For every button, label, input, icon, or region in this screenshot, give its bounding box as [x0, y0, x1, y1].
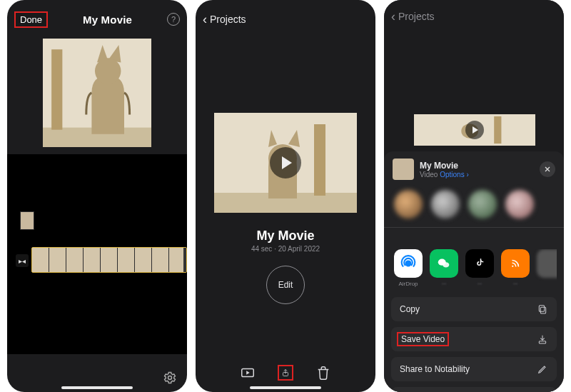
video-preview[interactable]	[43, 39, 151, 147]
svg-point-16	[443, 262, 449, 267]
svg-point-4	[168, 376, 172, 380]
contact-avatar-blurred[interactable]	[394, 190, 423, 218]
media-thumb[interactable]	[20, 211, 34, 230]
contact-avatar-blurred[interactable]	[431, 190, 460, 218]
svg-rect-18	[540, 307, 545, 313]
done-button[interactable]: Done	[14, 11, 48, 28]
trash-icon	[315, 365, 331, 381]
share-sheet[interactable]: My Movie Video Options ›	[384, 151, 564, 392]
chevron-left-icon: ‹	[391, 10, 395, 23]
app-orange[interactable]: ···	[501, 249, 530, 287]
video-preview[interactable]	[214, 113, 357, 213]
gear-icon	[163, 371, 177, 385]
panel-editor: Done My Movie ? ▸◂	[7, 0, 187, 392]
contact-avatar-blurred[interactable]	[505, 190, 534, 218]
tiktok-icon	[473, 257, 486, 270]
svg-rect-20	[539, 341, 545, 343]
edit-button[interactable]: Edit	[266, 266, 305, 304]
share-header: My Movie Video Options ›	[391, 159, 557, 180]
share-actions-list: Copy Save Video Share to Notability Open…	[391, 297, 557, 392]
play-fullscreen-button[interactable]	[240, 365, 256, 381]
contact-avatar-blurred[interactable]	[468, 190, 497, 218]
editor-topbar: Done My Movie ?	[7, 0, 187, 34]
clip-strip[interactable]	[31, 247, 187, 273]
share-item-title: My Movie	[420, 161, 534, 171]
divider	[384, 227, 564, 228]
timeline-area[interactable]: ▸◂	[7, 154, 187, 354]
app-more[interactable]	[537, 249, 557, 287]
app-label-blurred: ···	[442, 281, 447, 287]
delete-button[interactable]	[315, 365, 331, 381]
pencil-icon	[537, 363, 548, 375]
copy-icon	[537, 303, 548, 315]
svg-rect-2	[51, 49, 62, 129]
bottom-toolbar	[196, 365, 375, 381]
panel-share-sheet: ‹ Projects My Movie Video Options ›	[384, 0, 564, 392]
back-label: Projects	[210, 14, 246, 25]
play-rect-icon	[240, 365, 256, 381]
play-icon	[282, 156, 292, 169]
airdrop-icon	[398, 253, 418, 273]
project-title: My Movie	[196, 228, 375, 243]
settings-button[interactable]	[163, 371, 177, 385]
share-apps-row: AirDrop ··· ···	[391, 249, 557, 287]
svg-point-14	[406, 261, 411, 266]
home-indicator[interactable]	[250, 386, 321, 389]
action-save-video[interactable]: Save Video	[391, 327, 557, 351]
project-title: My Movie	[48, 14, 167, 26]
panel-project-detail: ‹ Projects My Movie 44 sec · 20 April 20…	[196, 0, 375, 392]
cat-image-icon	[43, 39, 151, 147]
detail-topbar: ‹ Projects	[196, 0, 375, 34]
close-icon	[543, 165, 552, 174]
home-indicator[interactable]	[61, 386, 133, 389]
app-orange-icon	[509, 257, 522, 270]
action-share-notability[interactable]: Share to Notability	[391, 357, 557, 381]
back-projects-button-dimmed: ‹ Projects	[391, 10, 435, 23]
app-label-blurred: ···	[513, 281, 518, 287]
share-options-link[interactable]: Options ›	[440, 171, 469, 179]
share-icon	[281, 368, 290, 377]
action-copy[interactable]: Copy	[391, 297, 557, 321]
wechat-icon	[436, 256, 452, 271]
media-row	[20, 211, 34, 230]
transition-icon[interactable]: ▸◂	[16, 254, 29, 267]
play-button	[465, 121, 484, 139]
svg-rect-7	[314, 124, 325, 196]
svg-point-3	[95, 58, 121, 84]
play-button[interactable]	[270, 147, 301, 179]
airdrop-contacts-row	[391, 190, 557, 218]
share-thumbnail	[393, 159, 414, 180]
share-item-subtitle: Video Options ›	[420, 171, 534, 179]
close-button[interactable]	[540, 161, 555, 177]
app-label-blurred: ···	[477, 281, 482, 287]
chevron-left-icon: ‹	[203, 13, 207, 26]
preview-area	[7, 34, 187, 147]
action-open-qq-mail[interactable]: Open in QQ Mail	[391, 387, 557, 392]
video-preview-small	[414, 114, 535, 146]
app-wechat[interactable]: ···	[430, 249, 458, 287]
svg-rect-12	[494, 116, 501, 144]
project-subtitle: 44 sec · 20 April 2022	[196, 245, 375, 253]
svg-rect-19	[539, 306, 544, 312]
share-backdrop: ‹ Projects	[384, 0, 564, 151]
back-projects-button[interactable]: ‹ Projects	[203, 13, 246, 26]
back-label: Projects	[398, 11, 435, 22]
play-icon	[473, 126, 478, 134]
share-button[interactable]	[278, 365, 293, 381]
airdrop-app[interactable]: AirDrop	[394, 249, 423, 287]
svg-point-17	[512, 266, 513, 267]
download-icon	[537, 333, 548, 345]
help-icon[interactable]: ?	[167, 13, 180, 26]
airdrop-label: AirDrop	[398, 281, 418, 287]
app-tiktok[interactable]: ···	[465, 249, 494, 287]
